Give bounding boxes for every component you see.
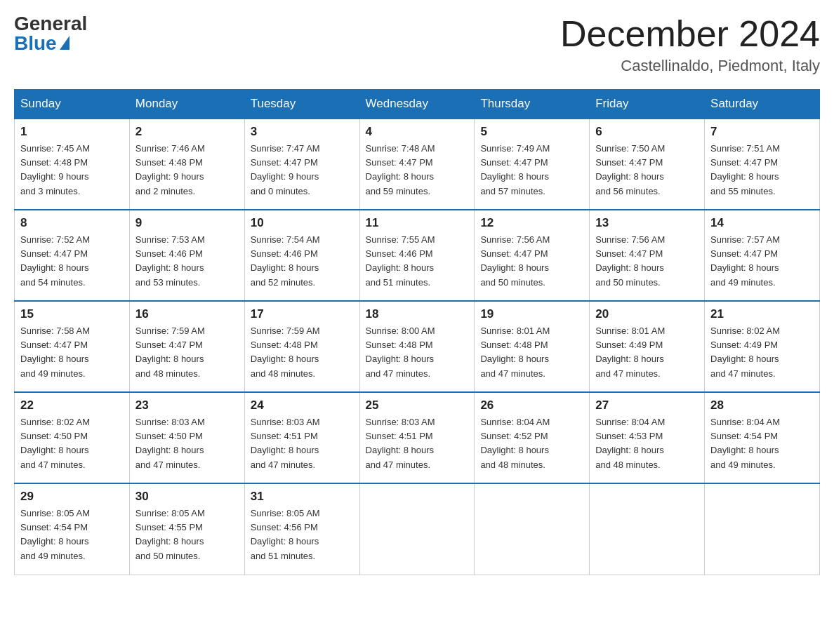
day-info: Sunrise: 7:47 AM Sunset: 4:47 PM Dayligh…: [251, 142, 354, 199]
day-info: Sunrise: 8:05 AM Sunset: 4:55 PM Dayligh…: [135, 507, 239, 563]
day-number: 29: [20, 490, 124, 504]
calendar-title: December 2024: [560, 14, 820, 54]
day-info: Sunrise: 8:05 AM Sunset: 4:54 PM Dayligh…: [20, 507, 124, 563]
day-cell: [475, 483, 590, 575]
day-cell: 2Sunrise: 7:46 AM Sunset: 4:48 PM Daylig…: [129, 119, 244, 210]
day-cell: 11Sunrise: 7:55 AM Sunset: 4:46 PM Dayli…: [359, 210, 475, 301]
day-cell: [590, 483, 705, 575]
day-cell: 6Sunrise: 7:50 AM Sunset: 4:47 PM Daylig…: [590, 119, 705, 210]
day-info: Sunrise: 8:04 AM Sunset: 4:52 PM Dayligh…: [480, 415, 583, 472]
day-info: Sunrise: 7:55 AM Sunset: 4:46 PM Dayligh…: [366, 233, 469, 290]
day-info: Sunrise: 8:05 AM Sunset: 4:56 PM Dayligh…: [251, 507, 354, 563]
day-info: Sunrise: 7:57 AM Sunset: 4:47 PM Dayligh…: [710, 233, 814, 290]
day-number: 30: [135, 490, 239, 504]
day-info: Sunrise: 7:59 AM Sunset: 4:48 PM Dayligh…: [251, 324, 354, 381]
day-cell: 25Sunrise: 8:03 AM Sunset: 4:51 PM Dayli…: [359, 392, 475, 483]
day-cell: 21Sunrise: 8:02 AM Sunset: 4:49 PM Dayli…: [705, 301, 820, 392]
day-info: Sunrise: 7:45 AM Sunset: 4:48 PM Dayligh…: [20, 142, 124, 199]
day-cell: 9Sunrise: 7:53 AM Sunset: 4:46 PM Daylig…: [129, 210, 244, 301]
day-info: Sunrise: 7:48 AM Sunset: 4:47 PM Dayligh…: [366, 142, 469, 199]
day-cell: [359, 483, 475, 575]
day-info: Sunrise: 8:02 AM Sunset: 4:50 PM Dayligh…: [20, 415, 124, 472]
day-cell: 20Sunrise: 8:01 AM Sunset: 4:49 PM Dayli…: [590, 301, 705, 392]
logo-general-text: General: [14, 14, 87, 34]
logo-blue-text: Blue: [14, 34, 70, 53]
day-header-sunday: Sunday: [15, 90, 130, 119]
day-header-thursday: Thursday: [475, 90, 590, 119]
day-header-tuesday: Tuesday: [244, 90, 359, 119]
day-header-wednesday: Wednesday: [359, 90, 475, 119]
day-info: Sunrise: 8:00 AM Sunset: 4:48 PM Dayligh…: [366, 324, 469, 381]
day-number: 18: [366, 307, 469, 321]
day-cell: 22Sunrise: 8:02 AM Sunset: 4:50 PM Dayli…: [15, 392, 130, 483]
day-cell: 15Sunrise: 7:58 AM Sunset: 4:47 PM Dayli…: [15, 301, 130, 392]
day-number: 31: [251, 490, 354, 504]
day-info: Sunrise: 7:50 AM Sunset: 4:47 PM Dayligh…: [595, 142, 699, 199]
day-number: 26: [480, 398, 583, 412]
day-cell: 14Sunrise: 7:57 AM Sunset: 4:47 PM Dayli…: [705, 210, 820, 301]
day-number: 9: [135, 216, 239, 230]
day-number: 19: [480, 307, 583, 321]
day-info: Sunrise: 8:03 AM Sunset: 4:51 PM Dayligh…: [251, 415, 354, 472]
day-number: 14: [710, 216, 814, 230]
day-number: 17: [251, 307, 354, 321]
day-info: Sunrise: 8:01 AM Sunset: 4:48 PM Dayligh…: [480, 324, 583, 381]
day-cell: 5Sunrise: 7:49 AM Sunset: 4:47 PM Daylig…: [475, 119, 590, 210]
day-info: Sunrise: 8:04 AM Sunset: 4:54 PM Dayligh…: [710, 415, 814, 472]
day-info: Sunrise: 7:54 AM Sunset: 4:46 PM Dayligh…: [251, 233, 354, 290]
day-info: Sunrise: 8:01 AM Sunset: 4:49 PM Dayligh…: [595, 324, 699, 381]
day-cell: 31Sunrise: 8:05 AM Sunset: 4:56 PM Dayli…: [244, 483, 359, 575]
day-number: 5: [480, 125, 583, 139]
day-info: Sunrise: 7:52 AM Sunset: 4:47 PM Dayligh…: [20, 233, 124, 290]
day-info: Sunrise: 7:49 AM Sunset: 4:47 PM Dayligh…: [480, 142, 583, 199]
day-cell: 28Sunrise: 8:04 AM Sunset: 4:54 PM Dayli…: [705, 392, 820, 483]
day-number: 23: [135, 398, 239, 412]
day-number: 13: [595, 216, 699, 230]
page-header: General Blue December 2024 Castellinaldo…: [14, 14, 820, 75]
days-header-row: SundayMondayTuesdayWednesdayThursdayFrid…: [15, 90, 820, 119]
day-number: 22: [20, 398, 124, 412]
week-row-3: 15Sunrise: 7:58 AM Sunset: 4:47 PM Dayli…: [15, 301, 820, 392]
day-info: Sunrise: 7:56 AM Sunset: 4:47 PM Dayligh…: [480, 233, 583, 290]
day-cell: 18Sunrise: 8:00 AM Sunset: 4:48 PM Dayli…: [359, 301, 475, 392]
day-number: 3: [251, 125, 354, 139]
calendar-subtitle: Castellinaldo, Piedmont, Italy: [560, 57, 820, 75]
day-info: Sunrise: 7:46 AM Sunset: 4:48 PM Dayligh…: [135, 142, 239, 199]
day-cell: 7Sunrise: 7:51 AM Sunset: 4:47 PM Daylig…: [705, 119, 820, 210]
day-cell: 19Sunrise: 8:01 AM Sunset: 4:48 PM Dayli…: [475, 301, 590, 392]
day-cell: 16Sunrise: 7:59 AM Sunset: 4:47 PM Dayli…: [129, 301, 244, 392]
week-row-2: 8Sunrise: 7:52 AM Sunset: 4:47 PM Daylig…: [15, 210, 820, 301]
day-info: Sunrise: 7:51 AM Sunset: 4:47 PM Dayligh…: [710, 142, 814, 199]
logo-triangle-icon: [60, 36, 70, 50]
day-header-monday: Monday: [129, 90, 244, 119]
day-info: Sunrise: 8:02 AM Sunset: 4:49 PM Dayligh…: [710, 324, 814, 381]
day-number: 2: [135, 125, 239, 139]
day-number: 11: [366, 216, 469, 230]
day-number: 12: [480, 216, 583, 230]
day-info: Sunrise: 7:56 AM Sunset: 4:47 PM Dayligh…: [595, 233, 699, 290]
day-number: 16: [135, 307, 239, 321]
day-cell: 10Sunrise: 7:54 AM Sunset: 4:46 PM Dayli…: [244, 210, 359, 301]
day-cell: 17Sunrise: 7:59 AM Sunset: 4:48 PM Dayli…: [244, 301, 359, 392]
day-info: Sunrise: 7:53 AM Sunset: 4:46 PM Dayligh…: [135, 233, 239, 290]
day-info: Sunrise: 8:04 AM Sunset: 4:53 PM Dayligh…: [595, 415, 699, 472]
day-cell: 13Sunrise: 7:56 AM Sunset: 4:47 PM Dayli…: [590, 210, 705, 301]
title-block: December 2024 Castellinaldo, Piedmont, I…: [560, 14, 820, 75]
day-cell: 4Sunrise: 7:48 AM Sunset: 4:47 PM Daylig…: [359, 119, 475, 210]
day-cell: 29Sunrise: 8:05 AM Sunset: 4:54 PM Dayli…: [15, 483, 130, 575]
day-number: 7: [710, 125, 814, 139]
day-info: Sunrise: 8:03 AM Sunset: 4:51 PM Dayligh…: [366, 415, 469, 472]
week-row-4: 22Sunrise: 8:02 AM Sunset: 4:50 PM Dayli…: [15, 392, 820, 483]
day-info: Sunrise: 7:58 AM Sunset: 4:47 PM Dayligh…: [20, 324, 124, 381]
day-number: 1: [20, 125, 124, 139]
day-number: 28: [710, 398, 814, 412]
day-cell: 1Sunrise: 7:45 AM Sunset: 4:48 PM Daylig…: [15, 119, 130, 210]
day-number: 15: [20, 307, 124, 321]
day-number: 6: [595, 125, 699, 139]
day-cell: 3Sunrise: 7:47 AM Sunset: 4:47 PM Daylig…: [244, 119, 359, 210]
day-number: 8: [20, 216, 124, 230]
day-cell: 12Sunrise: 7:56 AM Sunset: 4:47 PM Dayli…: [475, 210, 590, 301]
day-header-friday: Friday: [590, 90, 705, 119]
logo: General Blue: [14, 14, 87, 53]
day-cell: 27Sunrise: 8:04 AM Sunset: 4:53 PM Dayli…: [590, 392, 705, 483]
